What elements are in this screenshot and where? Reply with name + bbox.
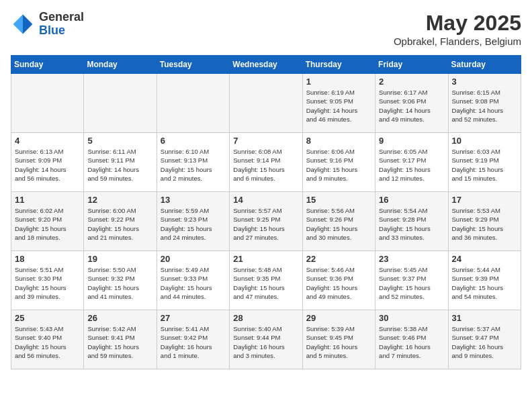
calendar-cell: 25Sunrise: 5:43 AM Sunset: 9:40 PM Dayli… [11, 310, 84, 369]
day-number: 29 [306, 313, 371, 323]
day-info: Sunrise: 6:15 AM Sunset: 9:08 PM Dayligh… [452, 88, 517, 124]
week-row-5: 25Sunrise: 5:43 AM Sunset: 9:40 PM Dayli… [11, 310, 521, 369]
day-number: 10 [452, 136, 517, 146]
day-info: Sunrise: 6:00 AM Sunset: 9:22 PM Dayligh… [87, 206, 152, 242]
calendar-cell: 6Sunrise: 6:10 AM Sunset: 9:13 PM Daylig… [157, 133, 229, 192]
day-number: 8 [306, 136, 371, 146]
calendar-cell [84, 74, 157, 133]
day-number: 23 [379, 254, 444, 264]
day-info: Sunrise: 5:50 AM Sunset: 9:32 PM Dayligh… [87, 265, 152, 301]
day-info: Sunrise: 5:43 AM Sunset: 9:40 PM Dayligh… [15, 324, 80, 360]
weekday-header-monday: Monday [84, 56, 157, 74]
day-number: 12 [87, 195, 152, 205]
weekday-header-sunday: Sunday [11, 56, 84, 74]
weekday-header-tuesday: Tuesday [157, 56, 229, 74]
day-number: 26 [87, 313, 152, 323]
day-number: 30 [379, 313, 444, 323]
logo-general: General [39, 10, 84, 24]
calendar-cell: 29Sunrise: 5:39 AM Sunset: 9:45 PM Dayli… [302, 310, 375, 369]
week-row-3: 11Sunrise: 6:02 AM Sunset: 9:20 PM Dayli… [11, 192, 521, 251]
day-info: Sunrise: 5:38 AM Sunset: 9:46 PM Dayligh… [379, 324, 444, 360]
day-number: 16 [379, 195, 444, 205]
calendar-cell: 9Sunrise: 6:05 AM Sunset: 9:17 PM Daylig… [375, 133, 448, 192]
day-info: Sunrise: 6:11 AM Sunset: 9:11 PM Dayligh… [87, 147, 152, 183]
week-row-4: 18Sunrise: 5:51 AM Sunset: 9:30 PM Dayli… [11, 251, 521, 310]
calendar-cell: 10Sunrise: 6:03 AM Sunset: 9:19 PM Dayli… [448, 133, 521, 192]
day-number: 6 [161, 136, 226, 146]
day-number: 22 [306, 254, 371, 264]
day-info: Sunrise: 6:13 AM Sunset: 9:09 PM Dayligh… [15, 147, 80, 183]
day-number: 28 [233, 313, 298, 323]
day-number: 2 [379, 77, 444, 87]
calendar-cell: 22Sunrise: 5:46 AM Sunset: 9:36 PM Dayli… [302, 251, 375, 310]
day-info: Sunrise: 6:03 AM Sunset: 9:19 PM Dayligh… [452, 147, 517, 183]
day-number: 24 [452, 254, 517, 264]
day-number: 4 [15, 136, 80, 146]
week-row-2: 4Sunrise: 6:13 AM Sunset: 9:09 PM Daylig… [11, 133, 521, 192]
calendar-cell: 19Sunrise: 5:50 AM Sunset: 9:32 PM Dayli… [84, 251, 157, 310]
day-number: 13 [161, 195, 226, 205]
calendar-cell [230, 74, 302, 133]
calendar-cell: 26Sunrise: 5:42 AM Sunset: 9:41 PM Dayli… [84, 310, 157, 369]
day-info: Sunrise: 5:59 AM Sunset: 9:23 PM Dayligh… [161, 206, 226, 242]
location: Opbrakel, Flanders, Belgium [394, 36, 521, 47]
day-info: Sunrise: 5:46 AM Sunset: 9:36 PM Dayligh… [306, 265, 371, 301]
day-info: Sunrise: 5:37 AM Sunset: 9:47 PM Dayligh… [452, 324, 517, 360]
calendar-cell: 7Sunrise: 6:08 AM Sunset: 9:14 PM Daylig… [230, 133, 302, 192]
day-info: Sunrise: 6:02 AM Sunset: 9:20 PM Dayligh… [15, 206, 80, 242]
calendar-cell: 31Sunrise: 5:37 AM Sunset: 9:47 PM Dayli… [448, 310, 521, 369]
calendar-cell: 18Sunrise: 5:51 AM Sunset: 9:30 PM Dayli… [11, 251, 84, 310]
day-number: 3 [452, 77, 517, 87]
weekday-header-wednesday: Wednesday [230, 56, 302, 74]
day-number: 14 [233, 195, 298, 205]
day-info: Sunrise: 5:57 AM Sunset: 9:25 PM Dayligh… [233, 206, 298, 242]
calendar-cell: 2Sunrise: 6:17 AM Sunset: 9:06 PM Daylig… [375, 74, 448, 133]
calendar-cell: 20Sunrise: 5:49 AM Sunset: 9:33 PM Dayli… [157, 251, 229, 310]
day-number: 17 [452, 195, 517, 205]
week-row-1: 1Sunrise: 6:19 AM Sunset: 9:05 PM Daylig… [11, 74, 521, 133]
weekday-header-row: SundayMondayTuesdayWednesdayThursdayFrid… [11, 56, 521, 74]
day-number: 18 [15, 254, 80, 264]
day-number: 19 [87, 254, 152, 264]
calendar-cell: 17Sunrise: 5:53 AM Sunset: 9:29 PM Dayli… [448, 192, 521, 251]
day-number: 25 [15, 313, 80, 323]
logo: General Blue [11, 11, 84, 38]
day-number: 31 [452, 313, 517, 323]
calendar-cell [11, 74, 84, 133]
logo-icon [11, 12, 35, 36]
day-info: Sunrise: 6:17 AM Sunset: 9:06 PM Dayligh… [379, 88, 444, 124]
day-number: 11 [15, 195, 80, 205]
calendar-cell: 24Sunrise: 5:44 AM Sunset: 9:39 PM Dayli… [448, 251, 521, 310]
weekday-header-thursday: Thursday [302, 56, 375, 74]
weekday-header-friday: Friday [375, 56, 448, 74]
day-info: Sunrise: 6:10 AM Sunset: 9:13 PM Dayligh… [161, 147, 226, 183]
calendar-cell: 3Sunrise: 6:15 AM Sunset: 9:08 PM Daylig… [448, 74, 521, 133]
day-info: Sunrise: 5:39 AM Sunset: 9:45 PM Dayligh… [306, 324, 371, 360]
day-number: 5 [87, 136, 152, 146]
day-info: Sunrise: 5:53 AM Sunset: 9:29 PM Dayligh… [452, 206, 517, 242]
calendar-cell: 27Sunrise: 5:41 AM Sunset: 9:42 PM Dayli… [157, 310, 229, 369]
month-title: May 2025 [394, 11, 521, 36]
calendar-table: SundayMondayTuesdayWednesdayThursdayFrid… [11, 55, 521, 369]
day-info: Sunrise: 6:19 AM Sunset: 9:05 PM Dayligh… [306, 88, 371, 124]
day-info: Sunrise: 6:08 AM Sunset: 9:14 PM Dayligh… [233, 147, 298, 183]
svg-marker-1 [13, 14, 23, 24]
calendar-cell: 4Sunrise: 6:13 AM Sunset: 9:09 PM Daylig… [11, 133, 84, 192]
day-info: Sunrise: 5:56 AM Sunset: 9:26 PM Dayligh… [306, 206, 371, 242]
calendar-cell: 15Sunrise: 5:56 AM Sunset: 9:26 PM Dayli… [302, 192, 375, 251]
day-number: 1 [306, 77, 371, 87]
day-number: 15 [306, 195, 371, 205]
svg-marker-2 [13, 24, 23, 34]
calendar-cell: 21Sunrise: 5:48 AM Sunset: 9:35 PM Dayli… [230, 251, 302, 310]
weekday-header-saturday: Saturday [448, 56, 521, 74]
day-info: Sunrise: 5:49 AM Sunset: 9:33 PM Dayligh… [161, 265, 226, 301]
day-info: Sunrise: 5:41 AM Sunset: 9:42 PM Dayligh… [161, 324, 226, 360]
day-info: Sunrise: 5:48 AM Sunset: 9:35 PM Dayligh… [233, 265, 298, 301]
day-number: 20 [161, 254, 226, 264]
svg-marker-0 [23, 14, 32, 24]
logo-blue: Blue [39, 24, 65, 37]
calendar-cell: 16Sunrise: 5:54 AM Sunset: 9:28 PM Dayli… [375, 192, 448, 251]
day-info: Sunrise: 5:45 AM Sunset: 9:37 PM Dayligh… [379, 265, 444, 301]
logo-text: General Blue [39, 11, 84, 38]
day-info: Sunrise: 6:05 AM Sunset: 9:17 PM Dayligh… [379, 147, 444, 183]
